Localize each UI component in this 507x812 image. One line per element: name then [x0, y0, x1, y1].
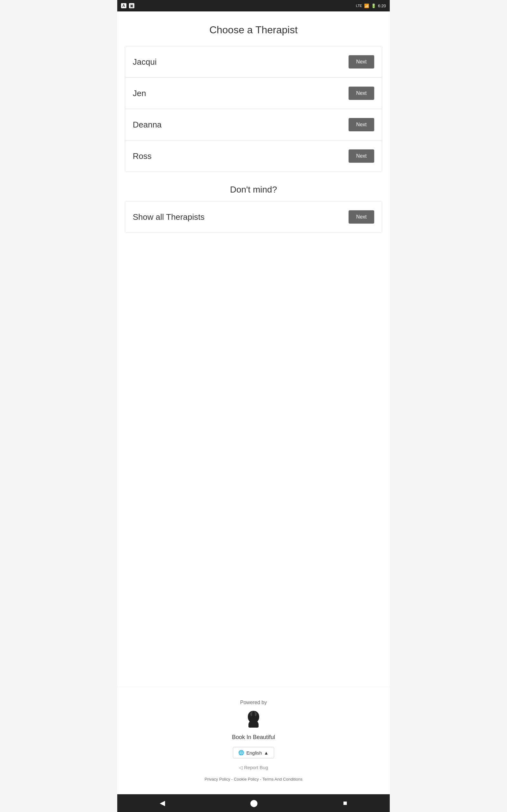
terms-conditions-link[interactable]: Terms And Conditions: [262, 777, 302, 781]
report-bug-label: Report Bug: [244, 765, 268, 770]
signal-icon: 📶: [364, 3, 369, 8]
therapist-name-deanna: Deanna: [133, 120, 162, 130]
next-button-jen[interactable]: Next: [349, 87, 374, 100]
battery-icon: 🔋: [371, 3, 376, 8]
back-nav-icon[interactable]: ◀: [160, 799, 165, 807]
dont-mind-title: Don't mind?: [125, 185, 382, 195]
separator-2: -: [260, 777, 262, 781]
powered-by-text: Powered by: [124, 700, 383, 705]
send-icon: ◁: [239, 765, 243, 770]
therapist-list: Jacqui Next Jen Next Deanna Next Ross Ne…: [125, 46, 382, 172]
clock: 6:20: [378, 3, 386, 8]
home-nav-icon[interactable]: ⬤: [250, 799, 258, 807]
lte-icon: LTE: [356, 4, 362, 8]
chevron-up-icon: ▲: [264, 750, 269, 756]
next-button-ross[interactable]: Next: [349, 149, 374, 163]
brand-name: Book In Beautiful: [124, 734, 383, 741]
show-all-label: Show all Therapists: [133, 212, 205, 222]
legal-links: Privacy Policy - Cookie Policy - Terms A…: [124, 777, 383, 781]
therapist-item-jen: Jen Next: [125, 78, 382, 109]
language-label: English: [246, 750, 262, 756]
therapist-item-deanna: Deanna Next: [125, 109, 382, 141]
separator-1: -: [231, 777, 234, 781]
brand-logo-icon: [244, 709, 263, 731]
cookie-policy-link[interactable]: Cookie Policy: [234, 777, 259, 781]
next-button-show-all[interactable]: Next: [349, 210, 374, 223]
status-bar-right: LTE 📶 🔋 6:20: [356, 3, 386, 8]
notification-b-icon: ▣: [129, 3, 134, 8]
footer: Powered by Book In Beautiful 🌐 English ▲…: [117, 687, 390, 794]
therapist-name-ross: Ross: [133, 151, 152, 161]
globe-icon: 🌐: [238, 750, 244, 756]
dont-mind-section: Don't mind?: [125, 185, 382, 195]
therapist-name-jacqui: Jacqui: [133, 57, 157, 67]
recents-nav-icon[interactable]: ■: [343, 799, 347, 807]
therapist-item-ross: Ross Next: [125, 141, 382, 171]
privacy-policy-link[interactable]: Privacy Policy: [205, 777, 230, 781]
therapist-item-jacqui: Jacqui Next: [125, 46, 382, 78]
report-bug-link[interactable]: ◁ Report Bug: [124, 765, 383, 770]
show-all-list: Show all Therapists Next: [125, 201, 382, 233]
next-button-jacqui[interactable]: Next: [349, 55, 374, 68]
status-bar-left: A ▣: [121, 3, 134, 8]
nav-bar: ◀ ⬤ ■: [117, 794, 390, 812]
therapist-name-jen: Jen: [133, 89, 146, 98]
page-title: Choose a Therapist: [125, 24, 382, 36]
language-selector[interactable]: 🌐 English ▲: [233, 747, 274, 758]
main-content: Choose a Therapist Jacqui Next Jen Next …: [117, 11, 390, 687]
notification-a-icon: A: [121, 3, 126, 8]
status-bar: A ▣ LTE 📶 🔋 6:20: [117, 0, 390, 11]
next-button-deanna[interactable]: Next: [349, 118, 374, 131]
show-all-item: Show all Therapists Next: [125, 201, 382, 233]
